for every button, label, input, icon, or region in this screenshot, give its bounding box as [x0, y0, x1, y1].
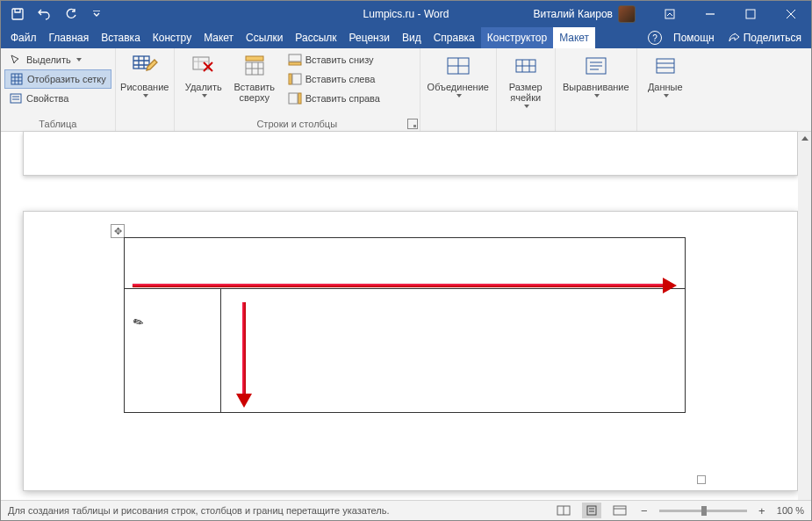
- maximize-button[interactable]: [730, 1, 771, 27]
- status-bar: Для создания таблицы и рисования строк, …: [1, 500, 811, 520]
- minimize-button[interactable]: [690, 1, 730, 27]
- table-move-handle[interactable]: ✥: [111, 224, 125, 238]
- group-draw-label: [119, 117, 170, 131]
- group-draw: Рисование: [116, 48, 175, 131]
- draw-table-button[interactable]: Рисование: [119, 50, 170, 99]
- scroll-up-icon[interactable]: [798, 132, 811, 145]
- web-layout-button[interactable]: [610, 503, 629, 518]
- data-icon: [651, 52, 679, 80]
- select-label: Выделить: [26, 54, 71, 65]
- data-button[interactable]: Данные: [641, 50, 690, 99]
- insert-left-button[interactable]: Вставить слева: [284, 69, 384, 89]
- svg-rect-8: [246, 56, 263, 61]
- group-alignment: Выравнивание: [556, 48, 637, 131]
- view-gridlines-button[interactable]: Отобразить сетку: [4, 69, 111, 89]
- group-merge: Объединение: [420, 48, 497, 131]
- chevron-down-icon: [456, 94, 462, 98]
- data-label: Данные: [648, 82, 683, 92]
- share-button[interactable]: Поделиться: [722, 32, 808, 44]
- chevron-down-icon: [524, 105, 529, 108]
- svg-rect-5: [133, 56, 149, 69]
- tab-layout[interactable]: Макет: [198, 27, 240, 48]
- page-prev: [23, 132, 798, 176]
- merge-icon: [444, 52, 472, 80]
- document-table[interactable]: ✎: [124, 237, 686, 413]
- ribbon: Выделить Отобразить сетку Свойства Табли…: [1, 48, 811, 132]
- select-button[interactable]: Выделить: [4, 50, 111, 69]
- merge-label: Объединение: [428, 82, 489, 92]
- svg-rect-13: [289, 93, 298, 104]
- group-table: Выделить Отобразить сетку Свойства Табли…: [1, 48, 116, 131]
- status-hint: Для создания таблицы и рисования строк, …: [8, 505, 390, 516]
- tab-mailings[interactable]: Рассылк: [289, 27, 342, 48]
- insert-below-icon: [288, 53, 302, 67]
- zoom-level[interactable]: 100 %: [777, 505, 804, 516]
- annotation-arrow-horizontal: [133, 281, 677, 290]
- delete-button[interactable]: Удалить: [178, 50, 229, 99]
- tab-view[interactable]: Вид: [396, 27, 428, 48]
- zoom-out-button[interactable]: −: [638, 504, 650, 517]
- svg-rect-0: [12, 9, 23, 19]
- window-controls: [650, 1, 811, 27]
- dialog-launcher-icon[interactable]: [407, 119, 418, 129]
- tab-review[interactable]: Рецензи: [343, 27, 396, 48]
- user-name: Виталий Каиров: [533, 8, 613, 20]
- svg-rect-20: [587, 506, 596, 515]
- svg-rect-18: [657, 59, 674, 73]
- avatar: [618, 5, 636, 23]
- read-mode-button[interactable]: [554, 503, 573, 518]
- tab-insert[interactable]: Вставка: [95, 27, 147, 48]
- close-button[interactable]: [771, 1, 811, 27]
- insert-below-button[interactable]: Вставить снизу: [284, 50, 384, 69]
- qat-customize[interactable]: [85, 2, 108, 26]
- tab-references[interactable]: Ссылки: [240, 27, 289, 48]
- svg-rect-4: [11, 94, 21, 103]
- tab-help[interactable]: Справка: [428, 27, 481, 48]
- properties-button[interactable]: Свойства: [4, 89, 111, 108]
- svg-rect-21: [614, 506, 626, 515]
- tell-me-icon[interactable]: ?: [648, 31, 662, 45]
- ribbon-options-button[interactable]: [650, 1, 690, 27]
- insert-above-label: Вставить сверху: [229, 82, 280, 103]
- chevron-down-icon: [664, 94, 669, 98]
- svg-rect-3: [11, 74, 22, 84]
- tab-table-design[interactable]: Конструктор: [481, 27, 553, 48]
- cell-size-icon: [512, 52, 540, 80]
- insert-right-icon: [288, 91, 302, 105]
- insert-left-label: Вставить слева: [305, 74, 376, 84]
- tab-table-layout[interactable]: Макет: [553, 27, 595, 48]
- table-row[interactable]: ✎: [125, 289, 685, 412]
- tab-home[interactable]: Главная: [43, 27, 96, 48]
- table-resize-handle[interactable]: [697, 475, 706, 484]
- properties-icon: [9, 91, 23, 105]
- zoom-in-button[interactable]: +: [756, 504, 768, 517]
- table-cell[interactable]: [221, 289, 685, 412]
- chevron-down-icon: [202, 94, 207, 98]
- insert-below-label: Вставить снизу: [305, 54, 374, 65]
- tab-file[interactable]: Файл: [4, 27, 43, 48]
- share-label: Поделиться: [744, 32, 801, 44]
- cell-size-button[interactable]: Размер ячейки: [500, 50, 551, 110]
- draw-table-icon: [131, 52, 159, 80]
- merge-button[interactable]: Объединение: [424, 50, 492, 99]
- user-account[interactable]: Виталий Каиров: [533, 5, 636, 23]
- zoom-slider[interactable]: [659, 510, 747, 512]
- insert-above-button[interactable]: Вставить сверху: [229, 50, 280, 105]
- group-cell-size: Размер ячейки: [497, 48, 556, 131]
- ribbon-tabs: Файл Главная Вставка Констру Макет Ссылк…: [1, 27, 811, 48]
- autosave-icon[interactable]: [6, 2, 29, 26]
- tell-me[interactable]: Помощн: [667, 32, 721, 44]
- tab-design[interactable]: Констру: [147, 27, 198, 48]
- vertical-scrollbar[interactable]: [798, 132, 811, 500]
- group-rows-cols-label: Строки и столбцы: [178, 117, 416, 131]
- redo-button[interactable]: [59, 2, 82, 26]
- alignment-button[interactable]: Выравнивание: [559, 50, 633, 99]
- svg-rect-9: [289, 54, 301, 62]
- undo-button[interactable]: [32, 2, 55, 26]
- insert-right-button[interactable]: Вставить справа: [284, 89, 384, 108]
- window-title: Lumpics.ru - Word: [363, 8, 449, 20]
- table-cell[interactable]: ✎: [125, 289, 221, 412]
- chevron-down-icon: [594, 94, 600, 98]
- print-layout-button[interactable]: [582, 503, 601, 518]
- insert-left-icon: [288, 72, 302, 86]
